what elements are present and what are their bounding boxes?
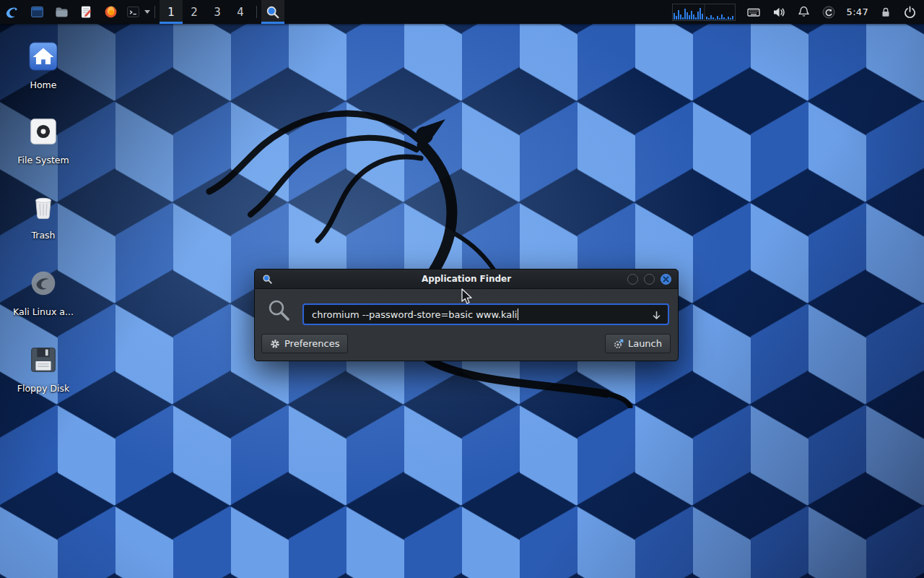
desktop-icon-trash[interactable]: Trash	[10, 190, 77, 241]
volume-icon[interactable]	[772, 5, 786, 20]
application-finder-window: Application Finder chromium --password-s…	[254, 269, 679, 361]
search-icon	[267, 298, 292, 326]
preferences-label: Preferences	[284, 338, 339, 349]
kali-logo-icon	[4, 4, 20, 20]
app-finder-window-icon	[262, 274, 273, 285]
document-pen-icon	[79, 4, 94, 20]
desktop-icon-label: Kali Linux a...	[13, 306, 74, 317]
firefox-icon	[103, 4, 118, 20]
preferences-button[interactable]: Preferences	[261, 334, 348, 353]
workspace-3-label: 3	[214, 6, 221, 19]
window-controls	[627, 274, 678, 285]
gear-icon	[270, 339, 280, 349]
launcher-file-manager[interactable]	[49, 0, 74, 24]
command-input[interactable]: chromium --password-store=basic www.kali	[302, 303, 669, 325]
desktop-icon-home[interactable]: Home	[10, 40, 77, 90]
floppy-icon	[27, 343, 60, 376]
folder-icon	[54, 4, 69, 20]
panel-left-group: 1 2 3 4	[0, 0, 284, 24]
notifications-bell-icon[interactable]	[797, 5, 811, 19]
home-icon	[27, 40, 60, 73]
launch-label: Launch	[628, 338, 662, 349]
launcher-terminal[interactable]	[123, 0, 143, 24]
workspace-1-label: 1	[167, 6, 175, 19]
workspace-2[interactable]: 2	[183, 0, 206, 24]
kali-docs-icon	[27, 267, 60, 300]
lock-icon[interactable]	[879, 6, 892, 19]
workspace-4-label: 4	[237, 6, 244, 19]
kali-menu-button[interactable]	[0, 0, 25, 24]
window-icon	[30, 4, 45, 20]
desktop-icon-label: Floppy Disk	[17, 383, 69, 394]
command-input-value: chromium --password-store=basic www.kali	[312, 309, 517, 320]
desktop-icon-label: File System	[17, 155, 69, 165]
workspace-2-label: 2	[191, 6, 198, 19]
panel-tray: 5:47	[672, 0, 924, 24]
text-caret	[518, 309, 518, 320]
workspace-4[interactable]: 4	[229, 0, 252, 24]
clock[interactable]: 5:47	[847, 7, 868, 17]
dialog-body: chromium --password-store=basic www.kali…	[255, 289, 678, 361]
trash-icon	[27, 190, 60, 223]
taskbar-application-finder[interactable]	[261, 0, 284, 24]
separator	[256, 6, 257, 18]
desktop-icon-label: Trash	[31, 230, 55, 241]
separator	[154, 6, 155, 18]
top-panel: 1 2 3 4 5:4	[0, 0, 924, 24]
desktop-icon-floppy-disk[interactable]: Floppy Disk	[10, 343, 77, 394]
history-dropdown-icon[interactable]	[651, 310, 662, 322]
window-title: Application Finder	[255, 274, 678, 284]
desktop-icon-kali-docs[interactable]: Kali Linux a...	[10, 267, 77, 317]
minimize-button[interactable]	[627, 274, 638, 285]
close-button[interactable]	[661, 274, 671, 285]
desktop-icon-file-system[interactable]: File System	[10, 115, 77, 165]
terminal-icon	[126, 4, 141, 20]
workspace-1[interactable]: 1	[160, 0, 183, 24]
cpu-graph[interactable]	[672, 4, 736, 21]
titlebar[interactable]: Application Finder	[255, 269, 678, 289]
close-icon	[663, 276, 669, 282]
chevron-down-icon[interactable]	[144, 10, 150, 14]
app-finder-icon	[266, 5, 280, 20]
updates-icon[interactable]	[821, 5, 836, 20]
button-row: Preferences Launch	[261, 334, 671, 353]
maximize-button[interactable]	[644, 274, 655, 285]
launcher-firefox[interactable]	[98, 0, 123, 24]
filesystem-icon	[27, 115, 60, 148]
workspace-3[interactable]: 3	[206, 0, 229, 24]
desktop-icon-label: Home	[30, 79, 57, 90]
launcher-window[interactable]	[25, 0, 49, 24]
power-icon[interactable]	[903, 5, 917, 19]
launch-button[interactable]: Launch	[605, 334, 671, 353]
launcher-text-editor[interactable]	[74, 0, 98, 24]
keyboard-icon[interactable]	[746, 5, 761, 20]
launch-icon	[614, 339, 624, 349]
